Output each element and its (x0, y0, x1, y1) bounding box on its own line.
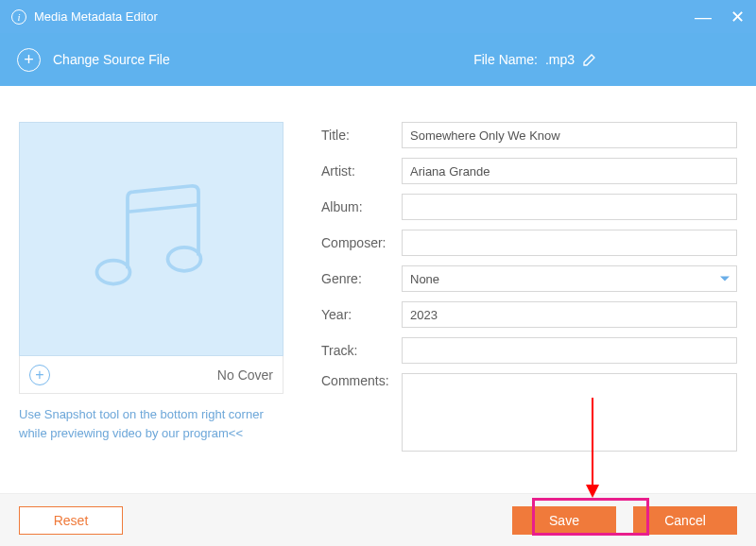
input-album[interactable] (402, 194, 737, 220)
change-source-button[interactable]: Change Source File (53, 52, 170, 67)
label-album: Album: (321, 199, 402, 214)
save-button[interactable]: Save (512, 506, 616, 535)
left-column: + No Cover Use Snapshot tool on the bott… (19, 122, 284, 461)
app-title: Media Metadata Editor (34, 9, 158, 24)
row-title: Title: (321, 122, 737, 148)
row-composer: Composer: (321, 230, 737, 256)
add-cover-button[interactable]: + (29, 365, 50, 385)
svg-point-1 (168, 247, 201, 271)
label-composer: Composer: (321, 235, 402, 250)
minimize-button[interactable]: — (695, 9, 712, 26)
input-genre[interactable] (402, 265, 737, 292)
input-artist[interactable] (402, 158, 737, 184)
no-cover-label: No Cover (217, 367, 273, 383)
form-column: Title: Artist: Album: Composer: Genre: Y… (321, 122, 737, 461)
cancel-button[interactable]: Cancel (633, 506, 737, 535)
close-button[interactable]: ✕ (730, 9, 745, 26)
toolbar: + Change Source File File Name: .mp3 (0, 33, 756, 86)
content-area: + No Cover Use Snapshot tool on the bott… (0, 86, 756, 480)
label-track: Track: (321, 343, 402, 358)
row-genre: Genre: (321, 265, 737, 292)
bottom-bar: Reset Save Cancel (0, 493, 756, 546)
filename-label: File Name: (473, 52, 538, 67)
label-year: Year: (321, 307, 402, 322)
window-buttons: — ✕ (695, 9, 745, 26)
input-track[interactable] (402, 337, 737, 364)
hint-text: Use Snapshot tool on the bottom right co… (19, 405, 284, 442)
music-note-icon (80, 168, 222, 310)
info-icon: i (11, 9, 26, 25)
filename-area: File Name: .mp3 (473, 52, 597, 67)
pencil-icon[interactable] (582, 52, 597, 67)
cover-art-box[interactable] (19, 122, 284, 356)
input-composer[interactable] (402, 230, 737, 256)
row-year: Year: (321, 301, 737, 328)
titlebar: i Media Metadata Editor — ✕ (0, 0, 756, 33)
select-genre[interactable] (402, 265, 737, 292)
row-comments: Comments: (321, 373, 737, 452)
label-title: Title: (321, 128, 402, 143)
label-genre: Genre: (321, 271, 402, 286)
label-artist: Artist: (321, 163, 402, 179)
row-track: Track: (321, 337, 737, 364)
cover-bar: + No Cover (19, 356, 284, 394)
reset-button[interactable]: Reset (19, 506, 123, 535)
label-comments: Comments: (321, 373, 402, 388)
plus-circle-icon[interactable]: + (17, 48, 41, 72)
row-artist: Artist: (321, 158, 737, 184)
row-album: Album: (321, 194, 737, 220)
chevron-down-icon (720, 277, 730, 282)
input-comments[interactable] (402, 373, 737, 452)
svg-point-0 (97, 261, 130, 284)
input-year[interactable] (402, 301, 737, 328)
right-button-group: Save Cancel (512, 506, 737, 535)
filename-value: .mp3 (545, 52, 575, 67)
input-title[interactable] (402, 122, 737, 148)
